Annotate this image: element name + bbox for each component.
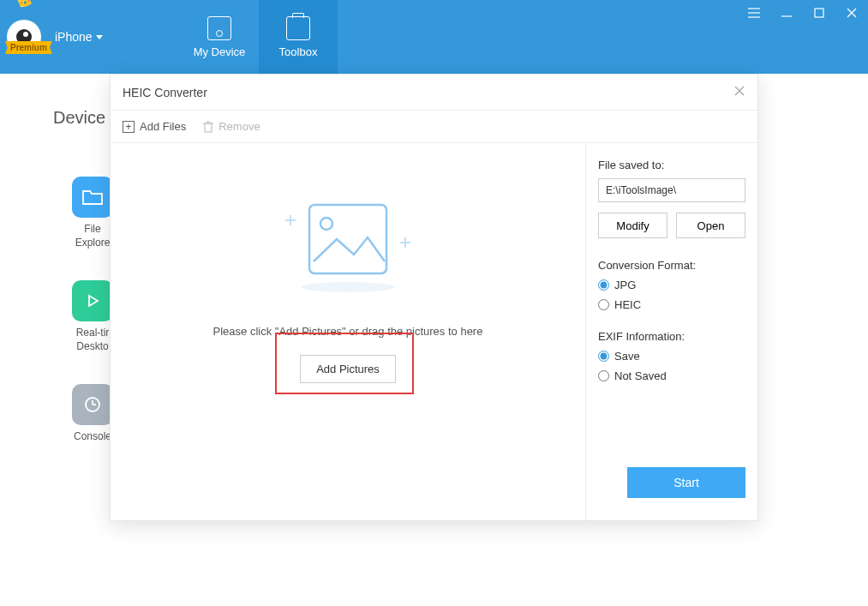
maximize-button[interactable] <box>803 0 835 26</box>
sidebar-item-label: File Explore <box>75 223 111 249</box>
close-button[interactable] <box>835 0 868 26</box>
settings-panel: File saved to: Modify Open Conversion Fo… <box>586 143 757 520</box>
toolbox-icon <box>286 16 310 40</box>
image-placeholder-icon <box>275 195 421 297</box>
svg-rect-4 <box>815 9 823 17</box>
format-heic-label: HEIC <box>614 298 641 311</box>
tab-my-device-label: My Device <box>194 45 246 58</box>
exif-not-saved-radio[interactable]: Not Saved <box>598 369 745 382</box>
device-selector-label: iPhone <box>55 30 93 44</box>
exif-save-label: Save <box>614 350 640 363</box>
plus-icon: + <box>123 121 135 133</box>
tab-toolbox[interactable]: Toolbox <box>259 0 338 74</box>
device-selector[interactable]: iPhone <box>55 30 103 44</box>
premium-badge: Premium <box>5 41 52 54</box>
drop-area[interactable]: Please click "Add Pictures" or drag the … <box>111 143 586 520</box>
play-icon <box>72 280 113 321</box>
add-files-label: Add Files <box>140 120 186 133</box>
modify-button[interactable]: Modify <box>598 213 667 238</box>
add-files-button[interactable]: + Add Files <box>123 120 186 133</box>
content-area: Device File Explore Real-tir Deskto Cons… <box>0 74 868 606</box>
svg-rect-16 <box>309 205 386 273</box>
drop-hint-text: Please click "Add Pictures" or drag the … <box>213 325 483 338</box>
dialog-title: HEIC Converter <box>123 86 207 99</box>
format-label: Conversion Format: <box>598 259 745 272</box>
clock-icon <box>72 384 113 425</box>
add-pictures-button[interactable]: Add Pictures <box>300 355 396 383</box>
logo-area: 👑 Premium iPhone <box>0 0 180 74</box>
window-controls <box>738 0 868 26</box>
file-saved-label: File saved to: <box>598 159 745 171</box>
exif-save-radio[interactable]: Save <box>598 350 745 363</box>
format-jpg-label: JPG <box>614 279 636 291</box>
file-saved-path-input[interactable] <box>598 178 745 202</box>
caret-down-icon <box>96 35 103 39</box>
remove-label: Remove <box>218 120 260 133</box>
dialog-toolbar: + Add Files Remove <box>111 111 757 143</box>
svg-point-17 <box>320 218 332 230</box>
trash-icon <box>203 121 213 133</box>
svg-rect-13 <box>205 123 212 132</box>
device-icon <box>207 16 231 40</box>
dialog-close-button[interactable] <box>733 85 745 100</box>
format-heic-radio[interactable]: HEIC <box>598 298 745 311</box>
sidebar-item-label: Real-tir Deskto <box>76 327 110 353</box>
start-button[interactable]: Start <box>627 467 745 498</box>
dialog-header: HEIC Converter <box>111 75 757 111</box>
minimize-button[interactable] <box>770 0 803 26</box>
folder-icon <box>72 177 113 218</box>
sidebar-item-label: Console <box>74 430 111 444</box>
tab-my-device[interactable]: My Device <box>180 0 259 74</box>
crown-icon: 👑 <box>14 0 34 9</box>
svg-marker-7 <box>89 296 98 306</box>
remove-button: Remove <box>203 120 260 133</box>
exif-label: EXIF Information: <box>598 330 745 343</box>
app-header: 👑 Premium iPhone My Device Toolbox <box>0 0 868 74</box>
exif-not-saved-label: Not Saved <box>614 369 667 382</box>
menu-button[interactable] <box>738 0 770 26</box>
svg-point-22 <box>301 282 395 292</box>
format-jpg-radio[interactable]: JPG <box>598 279 745 291</box>
tab-toolbox-label: Toolbox <box>279 45 318 58</box>
heic-converter-dialog: HEIC Converter + Add Files Remove <box>110 74 758 521</box>
open-button[interactable]: Open <box>676 213 745 238</box>
dialog-body: Please click "Add Pictures" or drag the … <box>111 143 757 520</box>
device-heading: Device <box>53 108 105 128</box>
